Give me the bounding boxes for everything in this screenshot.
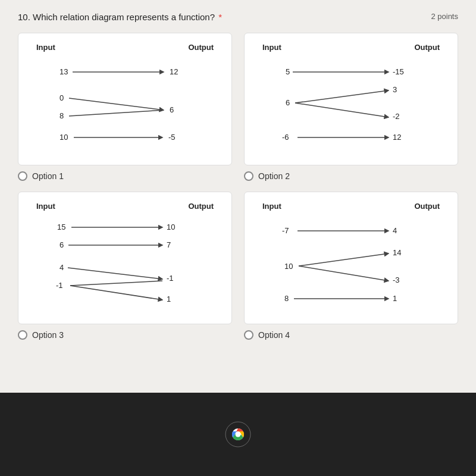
- svg-text:14: 14: [393, 248, 401, 257]
- svg-text:10: 10: [60, 133, 68, 142]
- option-2-label: Option 2: [258, 171, 290, 181]
- option-2-svg: 5 -15 6 3 -2 -6 12: [256, 58, 446, 153]
- option-3-svg: 15 10 6 7 4 -1 -1 1: [30, 217, 220, 312]
- svg-line-6: [69, 110, 164, 116]
- svg-text:10: 10: [284, 262, 293, 271]
- svg-text:4: 4: [60, 263, 64, 272]
- svg-text:8: 8: [284, 294, 289, 303]
- option-1-svg: 13 12 0 8 6 10 -5: [30, 58, 220, 153]
- question-text: Which relation diagram represents a func…: [33, 12, 215, 22]
- option-1-radio-label[interactable]: Option 1: [18, 171, 64, 181]
- option-1-header: Input Output: [30, 43, 220, 52]
- page-content: 10. Which relation diagram represents a …: [0, 0, 476, 393]
- opt2-input-label: Input: [262, 43, 281, 52]
- question-header: 10. Which relation diagram represents a …: [18, 12, 458, 22]
- svg-text:-5: -5: [168, 133, 176, 142]
- opt2-output-label: Output: [414, 43, 440, 52]
- svg-text:-15: -15: [393, 67, 404, 76]
- svg-text:8: 8: [60, 111, 64, 120]
- svg-text:6: 6: [60, 240, 64, 249]
- option-3-diagram: Input Output 15 10 6 7 4 -1 -1: [18, 192, 232, 324]
- svg-line-32: [70, 281, 162, 286]
- opt1-output-label: Output: [188, 43, 214, 52]
- option-3-label: Option 3: [32, 330, 64, 340]
- option-3-header: Input Output: [30, 202, 220, 211]
- option-4-diagram: Input Output -7 4 10 14 -3 8: [244, 192, 458, 324]
- option-4-header: Input Output: [256, 202, 446, 211]
- svg-line-41: [299, 266, 389, 281]
- taskbar: [0, 393, 476, 476]
- option-4-label: Option 4: [258, 330, 290, 340]
- opt3-output-label: Output: [188, 202, 214, 211]
- option-1-label: Option 1: [32, 171, 64, 181]
- svg-text:10: 10: [167, 223, 175, 231]
- option-3-radio[interactable]: [18, 330, 27, 340]
- option-4-radio[interactable]: [244, 330, 253, 340]
- opt4-output-label: Output: [414, 202, 440, 211]
- opt1-input-label: Input: [36, 43, 55, 52]
- svg-text:0: 0: [60, 93, 64, 102]
- svg-text:-6: -6: [282, 133, 289, 142]
- option-1-radio[interactable]: [18, 171, 27, 181]
- option-4-wrapper: Input Output -7 4 10 14 -3 8: [244, 192, 458, 340]
- question-title: 10. Which relation diagram represents a …: [18, 12, 222, 22]
- svg-line-29: [68, 268, 162, 279]
- svg-text:1: 1: [167, 295, 171, 303]
- svg-text:7: 7: [167, 240, 171, 249]
- option-4-svg: -7 4 10 14 -3 8 1: [256, 217, 446, 312]
- svg-line-15: [295, 90, 389, 103]
- svg-line-39: [299, 253, 389, 266]
- option-1-wrapper: Input Output 13 12 0 8 6 10: [18, 33, 232, 181]
- svg-text:5: 5: [286, 67, 290, 76]
- svg-text:15: 15: [57, 223, 65, 231]
- svg-text:6: 6: [170, 105, 174, 114]
- svg-text:-1: -1: [56, 281, 63, 290]
- svg-line-33: [70, 286, 162, 300]
- required-marker: *: [218, 12, 222, 22]
- opt4-input-label: Input: [262, 202, 281, 211]
- question-number: 10: [18, 12, 28, 22]
- points-label: 2 points: [431, 12, 458, 21]
- svg-text:-3: -3: [393, 275, 400, 284]
- svg-text:6: 6: [286, 98, 290, 107]
- svg-text:-2: -2: [393, 112, 400, 121]
- option-3-wrapper: Input Output 15 10 6 7 4 -1 -1: [18, 192, 232, 340]
- svg-text:12: 12: [170, 67, 178, 76]
- option-1-diagram: Input Output 13 12 0 8 6 10: [18, 33, 232, 165]
- svg-line-17: [295, 103, 389, 117]
- svg-text:1: 1: [393, 294, 397, 303]
- svg-text:-7: -7: [282, 226, 289, 235]
- svg-point-47: [236, 432, 241, 437]
- option-2-wrapper: Input Output 5 -15 6 3 -2 -6: [244, 33, 458, 181]
- svg-text:4: 4: [393, 226, 397, 235]
- option-2-radio-label[interactable]: Option 2: [244, 171, 290, 181]
- svg-text:-1: -1: [167, 274, 174, 283]
- option-4-radio-label[interactable]: Option 4: [244, 330, 290, 340]
- option-3-radio-label[interactable]: Option 3: [18, 330, 64, 340]
- svg-line-4: [69, 98, 164, 110]
- option-2-radio[interactable]: [244, 171, 253, 181]
- options-grid: Input Output 13 12 0 8 6 10: [18, 33, 458, 340]
- svg-text:13: 13: [60, 67, 68, 76]
- opt3-input-label: Input: [36, 202, 55, 211]
- svg-text:3: 3: [393, 85, 397, 94]
- option-2-diagram: Input Output 5 -15 6 3 -2 -6: [244, 33, 458, 165]
- chrome-icon[interactable]: [225, 421, 251, 447]
- svg-text:12: 12: [393, 133, 401, 142]
- option-2-header: Input Output: [256, 43, 446, 52]
